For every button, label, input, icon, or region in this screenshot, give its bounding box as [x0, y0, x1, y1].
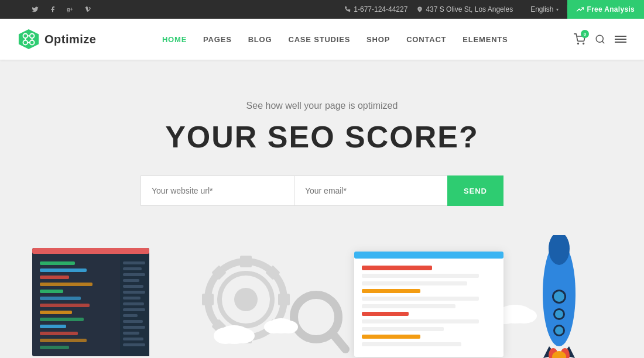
svg-rect-43	[123, 314, 138, 317]
svg-rect-26	[40, 304, 90, 307]
svg-rect-34	[123, 261, 145, 264]
website-url-input[interactable]	[141, 175, 294, 206]
svg-rect-75	[362, 281, 467, 285]
email-input[interactable]	[294, 175, 447, 206]
facebook-icon[interactable]	[47, 4, 59, 15]
hero-illustrations	[0, 235, 644, 358]
navbar: Optimize HOME PAGES BLOG CASE STUDIES SH…	[0, 19, 644, 60]
svg-line-61	[332, 333, 345, 349]
svg-rect-53	[240, 332, 252, 343]
svg-rect-18	[32, 248, 149, 356]
nav-links: HOME PAGES BLOG CASE STUDIES SHOP CONTAC…	[162, 34, 508, 44]
menu-button[interactable]	[615, 35, 626, 44]
twitter-icon[interactable]	[29, 4, 41, 15]
hero-section: See how well your page is optimized YOUR…	[0, 60, 644, 358]
svg-rect-78	[362, 304, 455, 308]
top-bar-right: 1-677-124-44227 437 S Olive St, Los Ange…	[345, 0, 644, 19]
svg-rect-21	[40, 268, 87, 272]
hero-subtitle: See how well your page is optimized	[246, 101, 398, 111]
svg-rect-39	[123, 291, 145, 294]
svg-rect-24	[40, 290, 63, 293]
social-icons: g+	[29, 4, 94, 15]
svg-point-62	[218, 325, 251, 344]
svg-rect-37	[123, 279, 139, 282]
nav-item-elements[interactable]: ELEMENTS	[463, 34, 508, 44]
svg-point-88	[552, 290, 566, 304]
svg-point-50	[220, 273, 272, 326]
nav-link-blog: BLOG	[248, 35, 272, 44]
svg-rect-59	[265, 319, 280, 333]
svg-point-12	[583, 43, 584, 44]
svg-rect-40	[123, 297, 141, 300]
svg-rect-79	[362, 312, 409, 316]
svg-marker-2	[19, 29, 39, 49]
svg-rect-20	[40, 261, 75, 265]
hero-title: YOUR SEO SCORE?	[165, 119, 479, 154]
svg-point-94	[549, 348, 558, 358]
svg-rect-23	[40, 283, 93, 286]
address-text: 437 S Olive St, Los Angeles	[426, 5, 513, 13]
svg-rect-77	[362, 297, 479, 301]
svg-point-93	[555, 326, 563, 335]
logo-icon	[18, 28, 40, 50]
nav-item-case-studies[interactable]: CASE STUDIES	[288, 34, 350, 44]
svg-rect-71	[354, 252, 503, 357]
nav-item-contact[interactable]: CONTACT	[406, 34, 446, 44]
send-button[interactable]: SEND	[447, 175, 503, 206]
svg-rect-83	[362, 342, 461, 346]
nav-item-pages[interactable]: PAGES	[203, 34, 232, 44]
logo[interactable]: Optimize	[18, 28, 96, 50]
svg-rect-52	[240, 256, 252, 267]
svg-rect-47	[123, 338, 143, 340]
svg-point-64	[231, 328, 255, 343]
hero-form: SEND	[141, 175, 503, 206]
svg-point-90	[553, 308, 565, 320]
nav-item-blog[interactable]: BLOG	[248, 34, 272, 44]
svg-point-92	[553, 325, 565, 336]
svg-point-68	[498, 305, 533, 323]
svg-rect-73	[362, 266, 432, 270]
svg-point-91	[555, 310, 563, 318]
svg-rect-57	[265, 265, 280, 280]
svg-rect-42	[123, 308, 145, 311]
nav-link-shop: SHOP	[366, 35, 390, 44]
nav-item-home[interactable]: HOME	[162, 34, 187, 44]
svg-rect-22	[40, 276, 69, 279]
svg-rect-74	[362, 274, 479, 278]
svg-rect-48	[123, 343, 145, 346]
svg-point-87	[549, 235, 570, 265]
address-item: 437 S Olive St, Los Angeles	[417, 5, 513, 13]
svg-point-96	[552, 351, 566, 358]
svg-rect-30	[40, 332, 78, 335]
cart-button[interactable]: 0	[574, 33, 585, 45]
svg-point-67	[279, 321, 298, 333]
logo-text: Optimize	[44, 33, 96, 46]
svg-rect-76	[362, 289, 420, 293]
free-analysis-button[interactable]: Free Analysis	[567, 0, 645, 19]
svg-rect-81	[362, 327, 444, 331]
vimeo-icon[interactable]	[82, 4, 94, 15]
svg-rect-44	[123, 320, 143, 323]
svg-point-69	[492, 308, 518, 324]
svg-point-49	[208, 261, 284, 338]
free-analysis-label: Free Analysis	[587, 5, 635, 13]
svg-rect-25	[40, 297, 81, 300]
language-label: English	[530, 5, 553, 13]
nav-link-case-studies: CASE STUDIES	[288, 35, 350, 44]
language-selector[interactable]: English ▾	[522, 5, 567, 13]
svg-point-11	[578, 43, 579, 44]
top-bar: g+ 1-677-124-44227 437 S Olive St, Los A…	[0, 0, 644, 19]
search-button[interactable]	[595, 34, 605, 44]
google-plus-icon[interactable]: g+	[64, 4, 76, 15]
nav-link-home: HOME	[162, 35, 187, 44]
svg-rect-56	[211, 265, 226, 280]
phone-text: 1-677-124-44227	[354, 5, 407, 13]
svg-point-86	[543, 241, 576, 346]
svg-rect-58	[211, 319, 226, 333]
nav-item-shop[interactable]: SHOP	[366, 34, 390, 44]
svg-rect-82	[362, 335, 420, 339]
phone-item: 1-677-124-44227	[345, 5, 407, 13]
svg-rect-46	[123, 332, 139, 335]
svg-text:g+: g+	[67, 6, 73, 12]
svg-rect-29	[40, 325, 66, 328]
